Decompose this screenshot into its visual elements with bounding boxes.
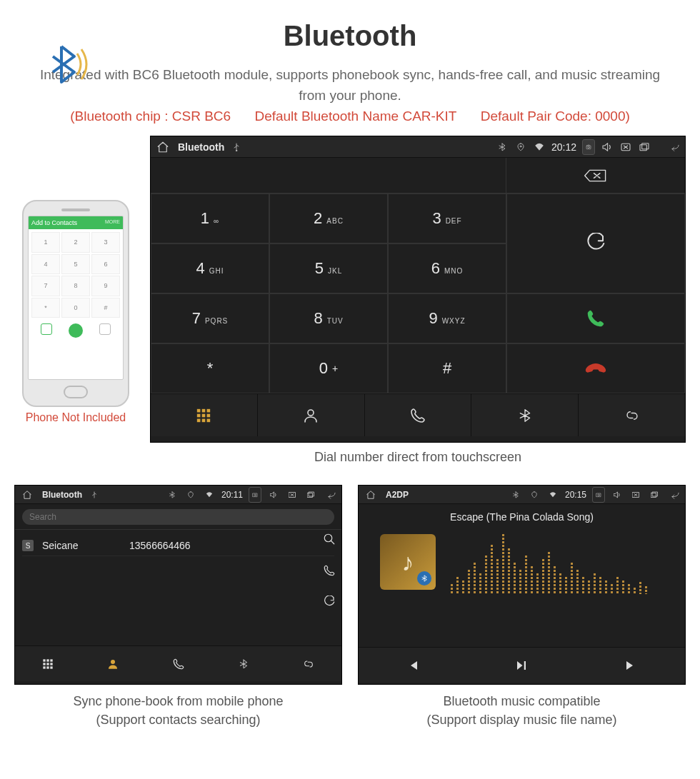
search-icon[interactable]	[323, 533, 336, 546]
key-7[interactable]: 7PQRS	[151, 293, 269, 343]
prev-track-button[interactable]	[359, 648, 467, 683]
svg-point-34	[598, 494, 600, 496]
svg-rect-37	[653, 492, 658, 496]
play-pause-button[interactable]	[467, 648, 576, 683]
tab-contacts[interactable]	[258, 394, 365, 436]
contacts-list[interactable]: S Seicane 13566664466	[15, 530, 341, 645]
bluetooth-status-icon	[509, 488, 522, 501]
tab-keypad[interactable]	[15, 646, 80, 681]
status-title: Bluetooth	[42, 490, 82, 500]
phone-illustration-column: Add to Contacts MORE 123 456 789 *0# Pho…	[14, 136, 137, 424]
tab-pair[interactable]	[276, 646, 341, 681]
album-art: ♪	[380, 534, 436, 590]
back-icon[interactable]	[666, 141, 679, 154]
screenshot-icon[interactable]	[582, 139, 595, 155]
track-title: Escape (The Pina Colada Song)	[450, 511, 594, 523]
key-2[interactable]: 2ABC	[269, 194, 388, 243]
dialer-caption: Dial number direct from touchscreen	[150, 450, 686, 465]
search-input[interactable]	[22, 509, 334, 525]
close-app-icon[interactable]	[629, 488, 642, 501]
status-title: A2DP	[386, 490, 409, 500]
home-icon[interactable]	[21, 488, 34, 501]
equalizer-visualizer	[450, 530, 664, 594]
music-note-icon: ♪	[402, 548, 414, 576]
svg-rect-7	[197, 408, 201, 412]
location-icon	[184, 488, 197, 501]
bluetooth-status-icon	[496, 141, 509, 154]
screenshot-icon[interactable]	[592, 487, 605, 503]
redial-button[interactable]	[506, 194, 685, 293]
svg-rect-5	[640, 144, 646, 150]
page-title: Bluetooth	[0, 0, 700, 52]
recent-apps-icon[interactable]	[648, 488, 661, 501]
key-5[interactable]: 5JKL	[269, 243, 388, 293]
key-hash[interactable]: #	[388, 343, 506, 393]
svg-rect-14	[202, 418, 206, 422]
tab-keypad[interactable]	[151, 394, 258, 436]
home-icon[interactable]	[364, 488, 377, 501]
hangup-button[interactable]	[506, 343, 685, 393]
tab-bluetooth[interactable]	[471, 394, 579, 436]
screenshot-icon[interactable]	[249, 487, 261, 503]
svg-rect-33	[596, 493, 601, 497]
volume-icon[interactable]	[267, 488, 280, 501]
contact-row[interactable]: S Seicane 13566664466	[22, 536, 334, 556]
key-3[interactable]: 3DEF	[388, 194, 506, 243]
contact-initial-badge: S	[22, 540, 34, 551]
svg-rect-23	[43, 659, 45, 661]
usb-icon	[88, 488, 101, 501]
tab-call-log[interactable]	[146, 646, 211, 681]
key-8[interactable]: 8TUV	[269, 293, 388, 343]
svg-rect-2	[586, 146, 591, 149]
clock: 20:12	[551, 141, 576, 153]
dial-keypad: 1∞ 2ABC 3DEF 4GHI 5JKL 6MNO 7PQRS 8TUV 9…	[151, 194, 685, 393]
bluetooth-badge-icon	[417, 571, 431, 585]
volume-icon[interactable]	[611, 488, 624, 501]
key-1[interactable]: 1∞	[151, 194, 269, 243]
call-button[interactable]	[506, 293, 685, 343]
svg-rect-15	[207, 418, 211, 422]
volume-icon[interactable]	[601, 141, 614, 154]
key-9[interactable]: 9WXYZ	[388, 293, 506, 343]
home-icon[interactable]	[156, 141, 169, 154]
clock: 20:11	[221, 490, 243, 500]
key-0[interactable]: 0+	[269, 343, 388, 393]
key-6[interactable]: 6MNO	[388, 243, 506, 293]
location-icon	[528, 488, 541, 501]
recent-apps-icon[interactable]	[638, 141, 651, 154]
status-title: Bluetooth	[178, 141, 224, 153]
svg-point-32	[111, 660, 115, 664]
spec-pin: Default Pair Code: 0000)	[481, 109, 630, 124]
key-star[interactable]: *	[151, 343, 269, 393]
a2dp-screen: A2DP 20:15 Escape (The Pina Colada Song)…	[358, 485, 686, 685]
wifi-icon	[546, 488, 559, 501]
phone-caption: Phone Not Included	[14, 411, 137, 424]
usb-icon	[230, 141, 243, 154]
tab-call-log[interactable]	[365, 394, 472, 436]
svg-point-18	[254, 494, 256, 496]
key-4[interactable]: 4GHI	[151, 243, 269, 293]
svg-rect-31	[50, 666, 52, 668]
next-track-button[interactable]	[576, 648, 685, 683]
page-subtitle: Integrated with BC6 Bluetooth module, su…	[36, 65, 664, 106]
spec-name: Default Bluetooth Name CAR-KIT	[254, 109, 456, 124]
status-bar: Bluetooth 20:11	[15, 486, 341, 504]
tab-bluetooth[interactable]	[211, 646, 276, 681]
recent-apps-icon[interactable]	[304, 488, 317, 501]
tab-contacts[interactable]	[80, 646, 145, 681]
spec-line: (Bluetooth chip : CSR BC6 Default Blueto…	[0, 109, 700, 124]
svg-rect-24	[46, 659, 49, 661]
back-icon[interactable]	[666, 488, 679, 501]
call-contact-icon[interactable]	[323, 564, 336, 577]
status-bar: Bluetooth 20:12	[151, 136, 685, 158]
backspace-button[interactable]	[506, 158, 685, 193]
svg-point-1	[520, 146, 521, 147]
back-icon[interactable]	[323, 488, 336, 501]
close-app-icon[interactable]	[619, 141, 632, 154]
sync-icon[interactable]	[323, 595, 336, 608]
close-app-icon[interactable]	[286, 488, 299, 501]
svg-rect-6	[642, 143, 649, 149]
tab-pair[interactable]	[579, 394, 685, 436]
svg-rect-9	[207, 408, 211, 412]
bluetooth-status-icon	[166, 488, 179, 501]
